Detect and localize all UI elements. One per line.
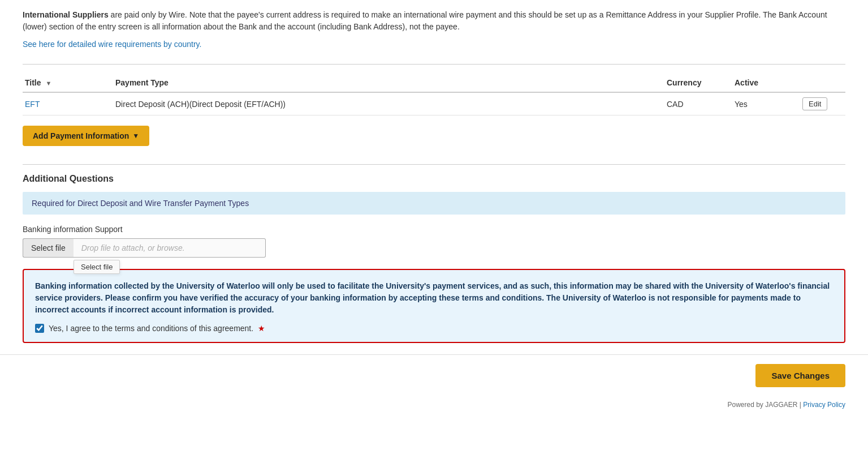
col-header-payment-type: Payment Type: [113, 74, 664, 92]
additional-questions-section: Additional Questions Required for Direct…: [23, 164, 845, 343]
page-wrapper: International Suppliers are paid only by…: [0, 0, 868, 467]
save-changes-button[interactable]: Save Changes: [755, 364, 845, 387]
footer-bar: Save Changes: [0, 354, 868, 396]
payment-table-section: Title ▼ Payment Type Currency Active EFT: [23, 74, 845, 115]
required-star: ★: [258, 324, 265, 333]
edit-button[interactable]: Edit: [802, 97, 827, 110]
wire-requirements-link[interactable]: See here for detailed wire requirements …: [23, 38, 845, 50]
powered-by-text: Powered by JAGGAER |: [727, 401, 803, 409]
agree-label: Yes, I agree to the terms and conditions…: [49, 324, 253, 333]
table-cell-action: Edit: [800, 92, 845, 115]
payment-table: Title ▼ Payment Type Currency Active EFT: [23, 74, 845, 115]
col-header-title[interactable]: Title ▼: [23, 74, 113, 92]
intro-text: International Suppliers are paid only by…: [23, 0, 845, 65]
agree-row: Yes, I agree to the terms and conditions…: [35, 324, 833, 333]
dropdown-arrow-icon: ▼: [132, 132, 139, 140]
col-header-action: [800, 74, 845, 92]
additional-questions-title: Additional Questions: [23, 174, 845, 184]
table-cell-payment-type: Direct Deposit (ACH)(Direct Deposit (EFT…: [113, 92, 664, 115]
powered-by: Powered by JAGGAER | Privacy Policy: [0, 396, 868, 413]
intro-bold: International Suppliers: [23, 10, 109, 19]
terms-box: Banking information collected by the Uni…: [23, 269, 845, 343]
privacy-policy-link[interactable]: Privacy Policy: [803, 401, 845, 409]
table-cell-active: Yes: [732, 92, 800, 115]
table-cell-currency: CAD: [664, 92, 732, 115]
agree-checkbox[interactable]: [35, 324, 44, 333]
table-row: EFT Direct Deposit (ACH)(Direct Deposit …: [23, 92, 845, 115]
add-payment-button[interactable]: Add Payment Information ▼: [23, 126, 149, 146]
file-drop-area[interactable]: Drop file to attach, or browse.: [74, 238, 266, 258]
add-payment-label: Add Payment Information: [33, 131, 129, 140]
main-content: International Suppliers are paid only by…: [0, 0, 868, 343]
select-file-tooltip: Select file: [74, 260, 120, 274]
col-header-active: Active: [732, 74, 800, 92]
file-upload-row: Select file Drop file to attach, or brow…: [23, 238, 845, 258]
eft-link[interactable]: EFT: [25, 100, 40, 109]
terms-text: Banking information collected by the Uni…: [35, 280, 833, 316]
table-cell-title: EFT: [23, 92, 113, 115]
info-banner: Required for Direct Deposit and Wire Tra…: [23, 192, 845, 215]
select-file-button[interactable]: Select file: [23, 238, 74, 258]
banking-label: Banking information Support: [23, 225, 845, 234]
intro-body: are paid only by Wire. Note that the pay…: [23, 10, 827, 31]
sort-icon: ▼: [45, 80, 51, 87]
col-header-currency: Currency: [664, 74, 732, 92]
